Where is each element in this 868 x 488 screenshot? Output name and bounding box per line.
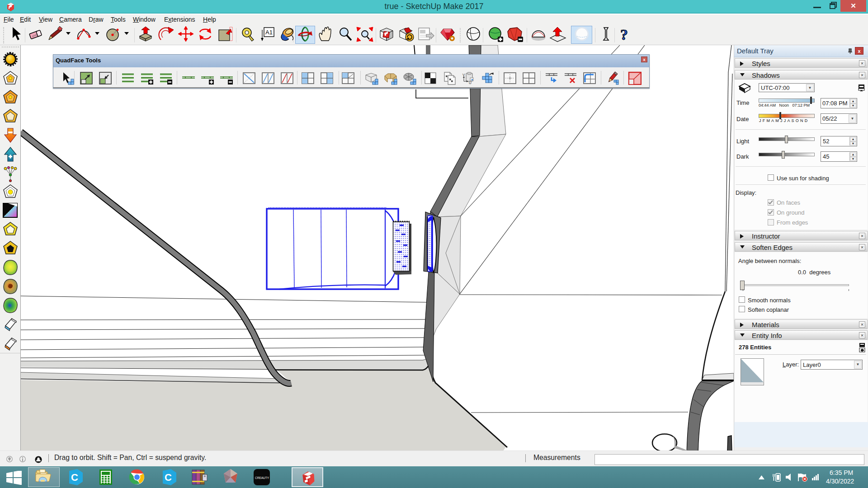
svg-text:?: ? bbox=[620, 26, 628, 42]
svg-text:U: U bbox=[469, 81, 472, 85]
svg-text:A1: A1 bbox=[265, 29, 273, 36]
svg-text:CREAUTY: CREAUTY bbox=[255, 476, 269, 479]
svg-text:C: C bbox=[165, 472, 172, 483]
svg-text:C: C bbox=[71, 472, 78, 483]
